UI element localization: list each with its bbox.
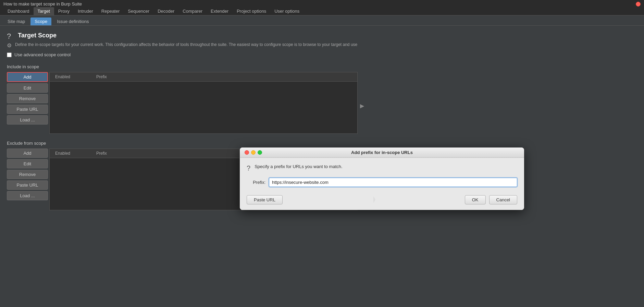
- dialog-close-button[interactable]: [245, 150, 249, 155]
- dialog-question-icon: ?: [247, 164, 250, 172]
- dialog-actions: Paste URL OK Cancel: [247, 193, 517, 204]
- dialog-title: Add prefix for in-scope URLs: [351, 150, 413, 155]
- dialog-minimize-button[interactable]: [251, 150, 256, 155]
- prefix-label: Prefix:: [247, 180, 265, 185]
- dialog-actions-right: OK Cancel: [465, 195, 517, 204]
- prefix-input[interactable]: [269, 178, 517, 187]
- traffic-lights: [245, 150, 262, 155]
- dialog-body: ? Specify a prefix for URLs you want to …: [240, 158, 524, 210]
- dialog-cancel-button[interactable]: Cancel: [489, 195, 517, 204]
- dialog-paste-url-button[interactable]: Paste URL: [247, 195, 283, 204]
- dialog-info-row: ? Specify a prefix for URLs you want to …: [247, 164, 517, 172]
- dialog-maximize-button[interactable]: [258, 150, 262, 155]
- dialog-field-row: Prefix:: [247, 178, 517, 187]
- dialog-titlebar: Add prefix for in-scope URLs: [240, 147, 524, 158]
- dialog-ok-button[interactable]: OK: [465, 195, 486, 204]
- add-prefix-dialog: Add prefix for in-scope URLs ? Specify a…: [240, 147, 524, 210]
- dialog-info-text: Specify a prefix for URLs you want to ma…: [255, 164, 343, 169]
- dialog-overlay: Add prefix for in-scope URLs ? Specify a…: [0, 0, 644, 307]
